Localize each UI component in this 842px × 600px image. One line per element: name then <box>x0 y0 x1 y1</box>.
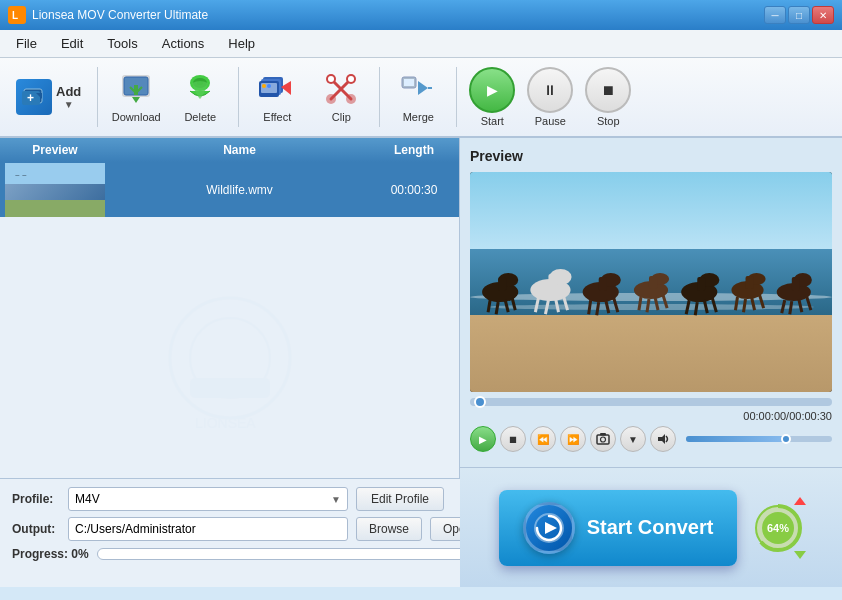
preview-video <box>470 172 832 392</box>
fast-forward-button[interactable]: ⏩ <box>560 426 586 452</box>
seek-bar[interactable] <box>470 398 832 406</box>
svg-point-28 <box>328 76 334 82</box>
menu-edit[interactable]: Edit <box>49 32 95 55</box>
delete-label: Delete <box>184 111 216 123</box>
file-thumbnail: ~ ~ <box>0 162 110 217</box>
svg-point-26 <box>326 94 336 104</box>
download-icon <box>118 71 154 107</box>
rewind-button[interactable]: ⏪ <box>530 426 556 452</box>
stop-icon: ⏹ <box>601 82 615 98</box>
svg-line-77 <box>744 299 746 312</box>
svg-line-70 <box>695 302 697 315</box>
pause-label: Pause <box>535 115 566 127</box>
clip-button[interactable]: Clip <box>311 63 371 131</box>
pause-wrap: ⏸ Pause <box>527 67 573 127</box>
svg-line-44 <box>512 298 515 310</box>
svg-line-69 <box>686 300 689 314</box>
toolbar-separator-1 <box>97 67 98 127</box>
preview-title: Preview <box>470 148 832 164</box>
maximize-button[interactable]: □ <box>788 6 810 24</box>
screenshot-button[interactable] <box>590 426 616 452</box>
svg-point-88 <box>601 437 606 442</box>
svg-line-65 <box>663 295 667 308</box>
main-area: Preview Name Length ~ ~ Wildlife.wmv 00:… <box>0 138 842 478</box>
browse-button[interactable]: Browse <box>356 517 422 541</box>
delete-icon <box>182 71 218 107</box>
file-length: 00:00:30 <box>369 183 459 197</box>
table-row[interactable]: ~ ~ Wildlife.wmv 00:00:30 <box>0 162 459 217</box>
add-button[interactable]: + Add ▼ <box>8 63 89 131</box>
svg-rect-82 <box>792 277 800 291</box>
delete-button[interactable]: Delete <box>170 63 230 131</box>
svg-line-41 <box>488 300 490 312</box>
close-button[interactable]: ✕ <box>812 6 834 24</box>
menu-file[interactable]: File <box>4 32 49 55</box>
effect-icon <box>259 71 295 107</box>
window-controls[interactable]: ─ □ ✕ <box>764 6 834 24</box>
svg-point-34 <box>170 298 290 418</box>
output-label: Output: <box>12 522 60 536</box>
edit-profile-label: Edit Profile <box>371 492 429 506</box>
svg-line-51 <box>564 296 568 310</box>
play-button[interactable]: ▶ <box>470 426 496 452</box>
menubar: File Edit Tools Actions Help <box>0 30 842 58</box>
download-button[interactable]: Download <box>106 63 166 131</box>
seek-thumb[interactable] <box>474 396 486 408</box>
menu-actions[interactable]: Actions <box>150 32 217 55</box>
profile-value: M4V <box>75 492 100 506</box>
minimize-button[interactable]: ─ <box>764 6 786 24</box>
clip-icon <box>323 71 359 107</box>
svg-text:LIONSEA: LIONSEA <box>195 415 256 431</box>
start-label: Start <box>481 115 504 127</box>
merge-button[interactable]: Merge <box>388 63 448 131</box>
progress-badge-svg: 64% <box>753 503 803 553</box>
convert-section: Start Convert 64% <box>460 467 842 587</box>
edit-profile-button[interactable]: Edit Profile <box>356 487 444 511</box>
effect-button[interactable]: Effect <box>247 63 307 131</box>
svg-line-58 <box>614 298 618 312</box>
stop-wrap: ⏹ Stop <box>585 67 631 127</box>
volume-button[interactable] <box>650 426 676 452</box>
svg-line-71 <box>704 300 707 313</box>
output-path-field[interactable]: C:/Users/Administrator <box>68 517 348 541</box>
bottom-bar: Profile: M4V ▼ Edit Profile Output: C:/U… <box>0 478 842 587</box>
pause-button[interactable]: ⏸ <box>527 67 573 113</box>
svg-text:+: + <box>27 91 34 105</box>
svg-line-63 <box>647 299 649 312</box>
svg-rect-87 <box>597 435 609 444</box>
stop-ctrl-button[interactable]: ⏹ <box>500 426 526 452</box>
stop-button[interactable]: ⏹ <box>585 67 631 113</box>
control-row: ▶ ⏹ ⏪ ⏩ ▼ <box>470 426 832 452</box>
menu-tools[interactable]: Tools <box>95 32 149 55</box>
toolbar-separator-4 <box>456 67 457 127</box>
menu-help[interactable]: Help <box>216 32 267 55</box>
svg-rect-33 <box>404 79 414 86</box>
svg-line-42 <box>496 302 498 314</box>
svg-rect-75 <box>746 276 754 289</box>
camera-dropdown[interactable]: ▼ <box>620 426 646 452</box>
add-label: Add <box>56 84 81 99</box>
start-playback-button[interactable]: ▶ <box>469 67 515 113</box>
svg-rect-89 <box>600 433 606 436</box>
svg-text:64%: 64% <box>767 522 789 534</box>
svg-marker-32 <box>418 81 428 95</box>
start-convert-icon <box>523 502 575 554</box>
start-convert-button[interactable]: Start Convert <box>499 490 738 566</box>
svg-rect-36 <box>190 378 270 398</box>
profile-select[interactable]: M4V ▼ <box>68 487 348 511</box>
header-length: Length <box>369 138 459 162</box>
svg-rect-68 <box>697 277 705 291</box>
svg-line-85 <box>799 299 802 312</box>
download-label: Download <box>112 111 161 123</box>
volume-bar[interactable] <box>686 436 832 442</box>
volume-thumb[interactable] <box>781 434 791 444</box>
svg-marker-97 <box>794 551 806 559</box>
progress-badge-wrap: 64% <box>753 503 803 553</box>
clip-label: Clip <box>332 111 351 123</box>
add-dropdown-arrow: ▼ <box>64 99 74 110</box>
badge-up-arrow <box>793 495 807 509</box>
svg-marker-90 <box>658 434 665 444</box>
svg-point-21 <box>267 84 271 88</box>
badge-down-arrow <box>793 547 807 561</box>
toolbar-separator-3 <box>379 67 380 127</box>
